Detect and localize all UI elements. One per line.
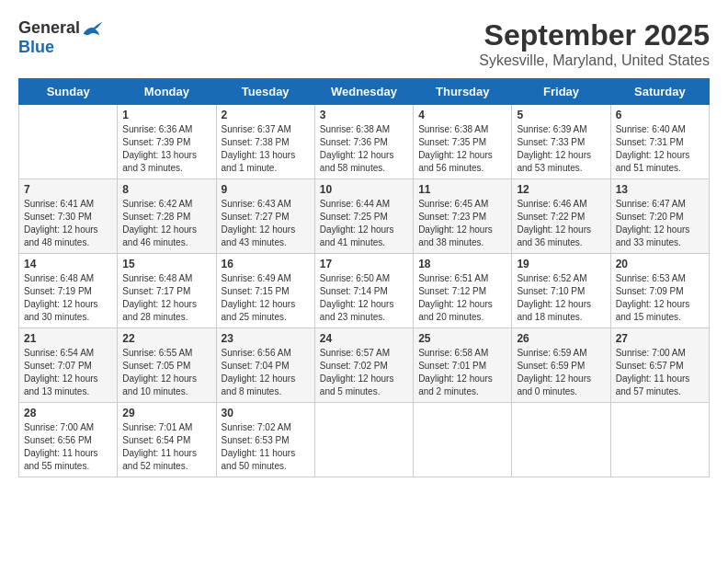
- daylight-text: Daylight: 12 hours and 20 minutes.: [418, 298, 506, 324]
- sunrise-text: Sunrise: 6:49 AM: [222, 272, 310, 285]
- day-number: 25: [418, 332, 506, 345]
- day-number: 20: [616, 258, 704, 270]
- weekday-header-thursday: Thursday: [414, 79, 512, 105]
- daylight-text: Daylight: 12 hours and 46 minutes.: [122, 224, 210, 249]
- sunset-text: Sunset: 7:27 PM: [222, 211, 310, 224]
- calendar-day-cell: 5Sunrise: 6:39 AMSunset: 7:33 PMDaylight…: [512, 105, 610, 179]
- logo-bird-icon: [82, 20, 104, 37]
- sunrise-text: Sunrise: 6:57 AM: [320, 347, 408, 360]
- calendar-day-cell: 20Sunrise: 6:53 AMSunset: 7:09 PMDayligh…: [610, 254, 709, 328]
- sunrise-text: Sunrise: 6:40 AM: [616, 123, 704, 136]
- day-info: Sunrise: 6:57 AMSunset: 7:02 PMDaylight:…: [320, 347, 408, 398]
- sunset-text: Sunset: 7:04 PM: [222, 360, 310, 373]
- calendar-day-cell: 28Sunrise: 7:00 AMSunset: 6:56 PMDayligh…: [19, 403, 118, 477]
- daylight-text: Daylight: 12 hours and 18 minutes.: [517, 298, 605, 324]
- daylight-text: Daylight: 12 hours and 2 minutes.: [418, 373, 506, 398]
- day-number: 11: [418, 183, 506, 196]
- day-number: 5: [517, 109, 605, 121]
- sunrise-text: Sunrise: 6:48 AM: [122, 272, 210, 285]
- daylight-text: Daylight: 12 hours and 51 minutes.: [616, 149, 704, 175]
- day-number: 28: [24, 407, 112, 419]
- sunrise-text: Sunrise: 6:50 AM: [320, 272, 408, 285]
- day-info: Sunrise: 6:49 AMSunset: 7:15 PMDaylight:…: [222, 272, 310, 324]
- sunset-text: Sunset: 7:38 PM: [222, 136, 310, 149]
- logo: General Blue: [18, 18, 104, 57]
- day-number: 17: [320, 258, 408, 270]
- day-number: 7: [24, 183, 112, 196]
- sunrise-text: Sunrise: 7:00 AM: [24, 421, 112, 434]
- day-info: Sunrise: 6:42 AMSunset: 7:28 PMDaylight:…: [122, 198, 210, 249]
- day-number: 30: [222, 407, 310, 419]
- sunrise-text: Sunrise: 7:00 AM: [616, 347, 704, 360]
- calendar-day-cell: 12Sunrise: 6:46 AMSunset: 7:22 PMDayligh…: [512, 179, 610, 254]
- weekday-header-friday: Friday: [512, 79, 610, 105]
- day-info: Sunrise: 6:51 AMSunset: 7:12 PMDaylight:…: [418, 272, 506, 324]
- daylight-text: Daylight: 12 hours and 38 minutes.: [418, 224, 506, 249]
- day-number: 19: [517, 258, 605, 270]
- sunrise-text: Sunrise: 6:36 AM: [122, 123, 210, 136]
- sunset-text: Sunset: 7:19 PM: [24, 285, 112, 298]
- sunset-text: Sunset: 7:23 PM: [418, 211, 506, 224]
- day-number: 22: [122, 332, 210, 345]
- sunrise-text: Sunrise: 6:39 AM: [517, 123, 605, 136]
- day-number: 6: [616, 109, 704, 121]
- sunset-text: Sunset: 7:33 PM: [517, 136, 605, 149]
- calendar-day-cell: 24Sunrise: 6:57 AMSunset: 7:02 PMDayligh…: [314, 328, 413, 403]
- day-info: Sunrise: 7:00 AMSunset: 6:57 PMDaylight:…: [616, 347, 704, 398]
- day-info: Sunrise: 6:43 AMSunset: 7:27 PMDaylight:…: [222, 198, 310, 249]
- day-info: Sunrise: 6:54 AMSunset: 7:07 PMDaylight:…: [24, 347, 112, 398]
- calendar-day-cell: 7Sunrise: 6:41 AMSunset: 7:30 PMDaylight…: [19, 179, 118, 254]
- sunset-text: Sunset: 6:57 PM: [616, 360, 704, 373]
- page-title: September 2025: [479, 18, 710, 52]
- sunrise-text: Sunrise: 6:52 AM: [517, 272, 605, 285]
- day-info: Sunrise: 6:40 AMSunset: 7:31 PMDaylight:…: [616, 123, 704, 175]
- sunset-text: Sunset: 7:15 PM: [222, 285, 310, 298]
- weekday-header-tuesday: Tuesday: [216, 79, 314, 105]
- daylight-text: Daylight: 12 hours and 8 minutes.: [222, 373, 310, 398]
- sunset-text: Sunset: 7:02 PM: [320, 360, 408, 373]
- daylight-text: Daylight: 12 hours and 43 minutes.: [222, 224, 310, 249]
- daylight-text: Daylight: 11 hours and 52 minutes.: [122, 447, 210, 473]
- day-number: 10: [320, 183, 408, 196]
- sunset-text: Sunset: 7:01 PM: [418, 360, 506, 373]
- calendar-header-row: SundayMondayTuesdayWednesdayThursdayFrid…: [19, 79, 710, 105]
- day-info: Sunrise: 6:59 AMSunset: 6:59 PMDaylight:…: [517, 347, 605, 398]
- daylight-text: Daylight: 12 hours and 5 minutes.: [320, 373, 408, 398]
- calendar-day-cell: 9Sunrise: 6:43 AMSunset: 7:27 PMDaylight…: [216, 179, 314, 254]
- sunrise-text: Sunrise: 6:46 AM: [517, 198, 605, 211]
- sunrise-text: Sunrise: 6:43 AM: [222, 198, 310, 211]
- sunset-text: Sunset: 7:05 PM: [122, 360, 210, 373]
- daylight-text: Daylight: 13 hours and 1 minute.: [222, 149, 310, 175]
- calendar-day-cell: 27Sunrise: 7:00 AMSunset: 6:57 PMDayligh…: [610, 328, 709, 403]
- daylight-text: Daylight: 12 hours and 56 minutes.: [418, 149, 506, 175]
- daylight-text: Daylight: 12 hours and 10 minutes.: [122, 373, 210, 398]
- calendar-day-cell: 26Sunrise: 6:59 AMSunset: 6:59 PMDayligh…: [512, 328, 610, 403]
- sunset-text: Sunset: 7:14 PM: [320, 285, 408, 298]
- calendar-day-cell: 2Sunrise: 6:37 AMSunset: 7:38 PMDaylight…: [216, 105, 314, 179]
- calendar-day-cell: 1Sunrise: 6:36 AMSunset: 7:39 PMDaylight…: [118, 105, 216, 179]
- day-info: Sunrise: 6:53 AMSunset: 7:09 PMDaylight:…: [616, 272, 704, 324]
- day-info: Sunrise: 6:38 AMSunset: 7:35 PMDaylight:…: [418, 123, 506, 175]
- day-number: 23: [222, 332, 310, 345]
- sunrise-text: Sunrise: 6:38 AM: [320, 123, 408, 136]
- weekday-header-monday: Monday: [118, 79, 216, 105]
- day-number: 4: [418, 109, 506, 121]
- daylight-text: Daylight: 11 hours and 57 minutes.: [616, 373, 704, 398]
- calendar-day-cell: 15Sunrise: 6:48 AMSunset: 7:17 PMDayligh…: [118, 254, 216, 328]
- daylight-text: Daylight: 12 hours and 23 minutes.: [320, 298, 408, 324]
- day-info: Sunrise: 6:48 AMSunset: 7:19 PMDaylight:…: [24, 272, 112, 324]
- calendar-day-cell: 16Sunrise: 6:49 AMSunset: 7:15 PMDayligh…: [216, 254, 314, 328]
- calendar-day-cell: 21Sunrise: 6:54 AMSunset: 7:07 PMDayligh…: [19, 328, 118, 403]
- sunset-text: Sunset: 7:36 PM: [320, 136, 408, 149]
- calendar-day-cell: 17Sunrise: 6:50 AMSunset: 7:14 PMDayligh…: [314, 254, 413, 328]
- day-info: Sunrise: 6:41 AMSunset: 7:30 PMDaylight:…: [24, 198, 112, 249]
- sunset-text: Sunset: 6:54 PM: [122, 434, 210, 447]
- day-number: 3: [320, 109, 408, 121]
- page-subtitle: Sykesville, Maryland, United States: [479, 52, 710, 69]
- calendar-week-row: 14Sunrise: 6:48 AMSunset: 7:19 PMDayligh…: [19, 254, 710, 328]
- day-info: Sunrise: 6:44 AMSunset: 7:25 PMDaylight:…: [320, 198, 408, 249]
- day-info: Sunrise: 6:58 AMSunset: 7:01 PMDaylight:…: [418, 347, 506, 398]
- sunset-text: Sunset: 7:25 PM: [320, 211, 408, 224]
- sunset-text: Sunset: 7:28 PM: [122, 211, 210, 224]
- weekday-header-sunday: Sunday: [19, 79, 118, 105]
